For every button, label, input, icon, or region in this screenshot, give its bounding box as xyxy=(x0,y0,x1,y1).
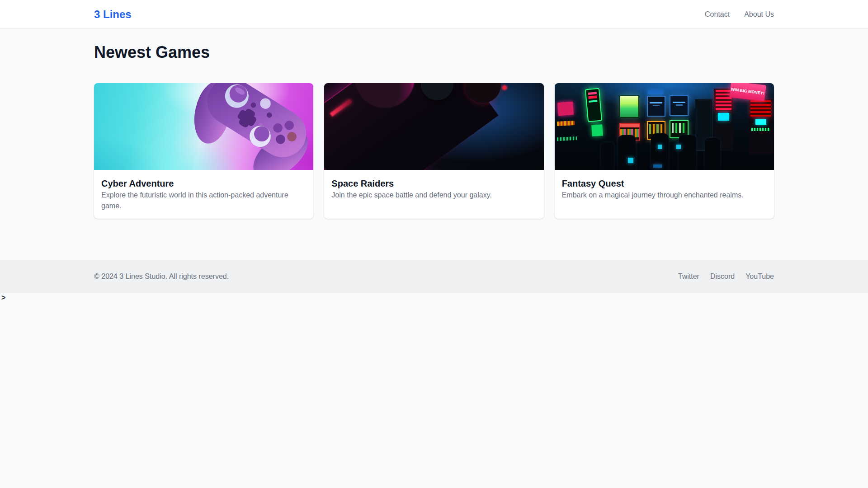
arcade-screen-graphic xyxy=(619,95,639,118)
chair-silhouette xyxy=(618,135,636,170)
win-big-money-sign: WIN BIG MONEY! xyxy=(729,83,766,102)
site-header: 3 Lines Contact About Us xyxy=(0,0,868,29)
card-title: Space Raiders xyxy=(331,177,536,190)
fantasy-quest-image: WIN BIG MONEY! xyxy=(555,83,774,170)
chair-silhouette xyxy=(705,138,720,170)
space-raiders-image xyxy=(324,83,543,170)
footer-link-youtube[interactable]: YouTube xyxy=(745,272,774,281)
nav-link-contact[interactable]: Contact xyxy=(705,10,730,19)
footer-link-discord[interactable]: Discord xyxy=(710,272,735,281)
copyright-text: © 2024 3 Lines Studio. All rights reserv… xyxy=(94,272,229,281)
games-grid: Cyber Adventure Explore the futuristic w… xyxy=(94,83,774,219)
footer-links: Twitter Discord YouTube xyxy=(678,272,774,281)
arcade-screen-graphic xyxy=(647,96,665,117)
page-title: Newest Games xyxy=(94,43,774,61)
game-card-fantasy-quest: WIN BIG MONEY! Fantasy Quest E xyxy=(555,83,774,219)
neon-poster-graphic xyxy=(585,88,602,122)
slot-machine-graphic xyxy=(557,102,574,116)
stray-text: > xyxy=(0,293,868,302)
stool-silhouette xyxy=(601,142,614,170)
red-light-graphic xyxy=(502,85,507,90)
game-controller-graphic xyxy=(164,83,313,170)
brand-logo[interactable]: 3 Lines xyxy=(94,8,132,21)
main-content: Newest Games xyxy=(0,29,868,260)
footer-link-twitter[interactable]: Twitter xyxy=(678,272,699,281)
game-card-space-raiders: Space Raiders Join the epic space battle… xyxy=(324,83,543,219)
chair-silhouette xyxy=(679,135,696,170)
arcade-screen-graphic xyxy=(670,95,688,116)
neon-sign-graphic xyxy=(591,124,603,136)
game-card-cyber-adventure: Cyber Adventure Explore the futuristic w… xyxy=(94,83,313,219)
card-title: Cyber Adventure xyxy=(101,177,306,190)
slot-machine-graphic xyxy=(749,99,773,155)
card-title: Fantasy Quest xyxy=(562,177,767,190)
card-description: Explore the futuristic world in this act… xyxy=(101,190,306,211)
cyber-adventure-image xyxy=(94,83,313,170)
main-nav: Contact About Us xyxy=(705,10,774,19)
card-description: Join the epic space battle and defend yo… xyxy=(331,190,536,201)
card-description: Embark on a magical journey through ench… xyxy=(562,190,767,201)
site-footer: © 2024 3 Lines Studio. All rights reserv… xyxy=(0,260,868,293)
nav-link-about-us[interactable]: About Us xyxy=(744,10,774,19)
